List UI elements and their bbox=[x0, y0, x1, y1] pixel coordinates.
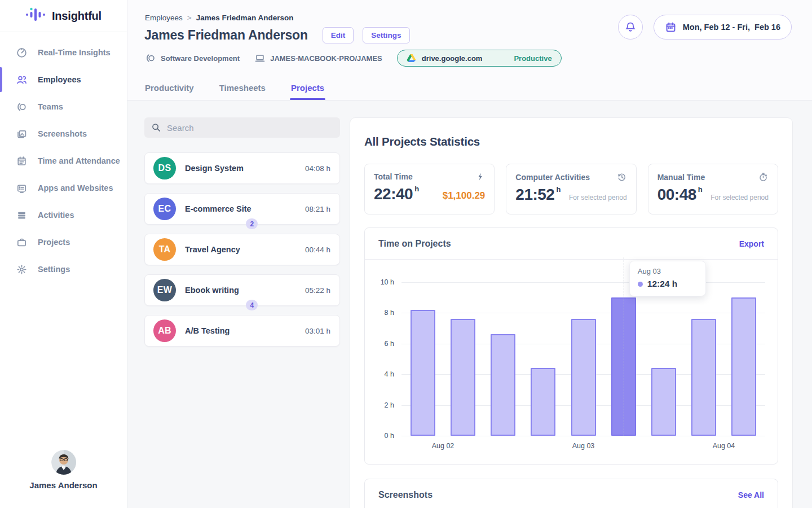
y-axis-tick: 10 h bbox=[381, 278, 394, 286]
sidebar-item-real-time-insights[interactable]: Real-Time Insights bbox=[0, 39, 127, 66]
sidebar-item-apps-and-websites[interactable]: Apps and Websites bbox=[0, 174, 127, 202]
stat-label: Total Time bbox=[374, 172, 413, 181]
people-icon bbox=[16, 74, 28, 86]
stat-label: Computer Activities bbox=[515, 173, 590, 182]
sidebar-item-label: Settings bbox=[38, 265, 70, 274]
brand-name: Insightful bbox=[52, 10, 102, 23]
employee-meta: Software Development JAMES-MACBOOK-PRO/J… bbox=[145, 50, 562, 67]
search-input[interactable] bbox=[167, 123, 333, 133]
lightning-icon bbox=[475, 172, 485, 182]
stat-card-total-time: Total Time22:40h$1,100.29 bbox=[364, 164, 495, 214]
project-count-badge: 2 bbox=[246, 218, 258, 229]
tab-timesheets[interactable]: Timesheets bbox=[219, 83, 266, 100]
edit-button[interactable]: Edit bbox=[323, 27, 354, 43]
project-avatar: EC bbox=[153, 198, 176, 220]
project-list: DSDesign System04:08 hECE-commerce Site0… bbox=[144, 152, 340, 347]
project-search[interactable] bbox=[144, 117, 340, 138]
all-projects-statistics-panel: All Projects Statistics Total Time22:40h… bbox=[350, 117, 793, 508]
series-dot-icon bbox=[638, 282, 643, 287]
gear-icon bbox=[16, 264, 28, 275]
project-list-item[interactable]: EWEbook writing05:22 h4 bbox=[144, 274, 340, 306]
sidebar: Insightful Real-Time InsightsEmployeesTe… bbox=[0, 0, 127, 508]
stat-value: 22:40h bbox=[374, 185, 419, 203]
user-avatar bbox=[51, 450, 76, 475]
x-axis-label: Aug 04 bbox=[713, 442, 735, 450]
chart-bar[interactable] bbox=[491, 334, 515, 436]
sidebar-item-label: Real-Time Insights bbox=[38, 48, 111, 57]
see-all-button[interactable]: See All bbox=[738, 491, 764, 500]
project-avatar: AB bbox=[153, 319, 176, 342]
chart-bar[interactable] bbox=[731, 297, 756, 436]
export-button[interactable]: Export bbox=[739, 239, 764, 248]
top-activity-pill[interactable]: drive.google.com Productive bbox=[397, 50, 562, 67]
team-name: Software Development bbox=[161, 54, 240, 63]
user-name: James Anderson bbox=[29, 480, 97, 490]
computer-name: JAMES-MACBOOK-PRO/JAMES bbox=[270, 54, 382, 63]
page-title: James Friedman Anderson bbox=[144, 28, 308, 43]
project-list-item[interactable]: ABA/B Testing03:01 h bbox=[144, 315, 340, 347]
project-avatar: EW bbox=[153, 279, 176, 301]
settings-button[interactable]: Settings bbox=[363, 27, 409, 43]
sidebar-user[interactable]: James Anderson bbox=[0, 450, 127, 490]
chart-tooltip: Aug 03 12:24 h bbox=[629, 261, 706, 296]
sidebar-item-screenshots[interactable]: Screenshots bbox=[0, 120, 127, 147]
screenshots-icon bbox=[16, 128, 28, 140]
tab-productivity[interactable]: Productivity bbox=[145, 83, 194, 100]
stat-period-note: For selected period bbox=[710, 194, 769, 204]
sidebar-item-label: Activities bbox=[38, 211, 74, 220]
y-axis-tick: 6 h bbox=[385, 340, 394, 348]
gauge-icon bbox=[16, 47, 28, 59]
tooltip-date: Aug 03 bbox=[638, 267, 698, 275]
project-time: 08:21 h bbox=[305, 205, 330, 213]
notifications-button[interactable] bbox=[618, 15, 643, 40]
stat-card-computer-activities: Computer Activities21:52hFor selected pe… bbox=[506, 164, 636, 214]
team-meta: Software Development bbox=[145, 52, 240, 64]
bell-icon bbox=[624, 21, 637, 33]
stat-cards-row: Total Time22:40h$1,100.29Computer Activi… bbox=[364, 164, 778, 214]
project-count-badge: 4 bbox=[246, 300, 258, 310]
project-list-item[interactable]: TATravel Agency00:44 h bbox=[144, 234, 340, 265]
project-avatar: DS bbox=[153, 157, 176, 179]
chart-gridline bbox=[401, 313, 765, 313]
project-list-item[interactable]: DSDesign System04:08 h bbox=[144, 152, 340, 184]
sidebar-item-teams[interactable]: Teams bbox=[0, 93, 127, 120]
main-area: Employees > James Friedman Anderson Jame… bbox=[127, 0, 812, 508]
sidebar-item-time-and-attendance[interactable]: Time and Attendance bbox=[0, 147, 127, 174]
breadcrumb-employees[interactable]: Employees bbox=[145, 14, 183, 22]
project-list-item[interactable]: ECE-commerce Site08:21 h2 bbox=[144, 193, 340, 225]
chart-bar[interactable] bbox=[531, 368, 555, 436]
brand[interactable]: Insightful bbox=[0, 0, 127, 32]
chart-bar[interactable] bbox=[651, 368, 676, 436]
chart-bar[interactable] bbox=[691, 319, 716, 436]
chart-gridline bbox=[401, 282, 765, 283]
sidebar-item-label: Screenshots bbox=[38, 129, 87, 138]
chart-bar[interactable] bbox=[451, 319, 475, 436]
project-name: Design System bbox=[185, 164, 244, 173]
y-axis-tick: 8 h bbox=[385, 309, 394, 317]
list-box-icon bbox=[16, 182, 28, 194]
rows-icon bbox=[16, 209, 28, 221]
google-drive-icon bbox=[407, 54, 416, 63]
sidebar-item-activities[interactable]: Activities bbox=[0, 202, 127, 229]
breadcrumb-current: James Friedman Anderson bbox=[196, 14, 294, 22]
chart-bar[interactable] bbox=[411, 310, 435, 436]
project-time: 00:44 h bbox=[305, 246, 330, 254]
tab-projects[interactable]: Projects bbox=[291, 83, 324, 100]
sidebar-item-settings[interactable]: Settings bbox=[0, 256, 127, 283]
sidebar-item-employees[interactable]: Employees bbox=[0, 66, 127, 93]
sidebar-item-projects[interactable]: Projects bbox=[0, 229, 127, 256]
chart-bar[interactable] bbox=[571, 319, 596, 436]
project-time: 05:22 h bbox=[305, 286, 330, 295]
chart-gridline bbox=[401, 436, 765, 436]
page-header: Employees > James Friedman Anderson Jame… bbox=[127, 0, 812, 100]
project-name: E-commerce Site bbox=[185, 204, 251, 213]
date-range-picker[interactable]: Mon, Feb 12 - Fri, Feb 16 bbox=[654, 15, 792, 40]
project-avatar: TA bbox=[153, 238, 176, 261]
y-axis-tick: 2 h bbox=[385, 401, 394, 409]
sidebar-item-label: Teams bbox=[38, 102, 63, 111]
stat-unit: h bbox=[414, 185, 419, 193]
x-axis-label: Aug 03 bbox=[572, 442, 595, 450]
stat-value: 21:52h bbox=[515, 185, 561, 204]
projects-column: DSDesign System04:08 hECE-commerce Site0… bbox=[144, 117, 340, 356]
search-icon bbox=[151, 122, 161, 133]
